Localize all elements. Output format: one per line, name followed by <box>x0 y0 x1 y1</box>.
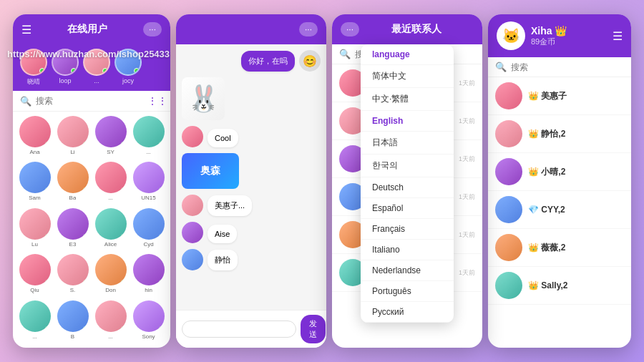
right-contact-item[interactable]: 👑 Sally,2 <box>488 267 631 305</box>
chat-sticker: 🐰 <box>182 77 321 120</box>
right-contact-item[interactable]: 👑 美惠子 <box>488 77 631 115</box>
left-search-input[interactable] <box>36 96 143 106</box>
contacts-panel: ··· 最近联系人 🔍 小晴 Hi 1天前 Cool Hi 1天前 Englis… <box>332 14 482 348</box>
user-grid-item[interactable]: UN15 <box>131 162 166 205</box>
right-contact-item[interactable]: 👑 静怡,2 <box>488 115 631 153</box>
chat-input[interactable] <box>182 321 296 338</box>
language-option[interactable]: Deutsch <box>361 177 454 198</box>
strip-avatar[interactable]: loop <box>52 49 79 87</box>
chat-options-btn[interactable]: ··· <box>299 22 318 36</box>
user-grid-item[interactable]: SY <box>93 116 128 159</box>
contacts-title: 最近联系人 <box>391 23 441 36</box>
chat-card: 奥森 <box>182 153 321 189</box>
user-grid-item[interactable]: Qiu <box>17 254 52 297</box>
contacts-search-icon: 🔍 <box>339 49 351 59</box>
right-contacts-list: 👑 美惠子 👑 静怡,2 👑 小晴,2 💎 CYY,2 👑 薇薇,2 👑 Sal… <box>488 77 631 348</box>
user-grid-item[interactable]: ... <box>131 116 166 159</box>
chat-message: 美惠子... <box>182 195 321 216</box>
profile-name: Xiha 👑 <box>531 25 607 36</box>
right-search-bar: 🔍 <box>488 57 631 77</box>
user-grid-item[interactable]: Don <box>93 254 128 297</box>
left-options-btn[interactable]: ··· <box>143 22 162 36</box>
strip-avatar[interactable]: 晓晴 <box>20 49 47 87</box>
user-grid-item[interactable]: Li <box>55 116 90 159</box>
profile-info: Xiha 👑 89金币 <box>531 25 607 47</box>
language-option[interactable]: Русский <box>361 302 454 323</box>
language-option[interactable]: Français <box>361 219 454 240</box>
chat-message: 静怡 <box>182 249 321 270</box>
profile-coins: 89金币 <box>531 36 607 47</box>
left-title: 在线用户 <box>67 23 107 36</box>
user-grid-item[interactable]: ... <box>93 300 128 343</box>
chat-panel: ··· 😊你好，在吗🐰Cool奥森美惠子...Aise静怡 发送 <box>176 14 326 348</box>
left-menu-icon[interactable]: ☰ <box>21 23 31 36</box>
chat-message: Cool <box>182 126 321 147</box>
online-users-panel: ☰ 在线用户 ··· 晓晴 loop ... jocy 🔍 ⋮⋮ Ana <box>13 14 170 348</box>
language-option[interactable]: Português <box>361 281 454 302</box>
user-grid-item[interactable]: ... <box>17 300 52 343</box>
language-menu-header: language <box>361 44 454 65</box>
left-header: ☰ 在线用户 ··· <box>13 14 170 44</box>
user-grid-item[interactable]: Sam <box>17 162 52 205</box>
left-search-icon: 🔍 <box>20 96 31 107</box>
user-grid-item[interactable]: Sony <box>131 300 166 343</box>
language-option[interactable]: 日本語 <box>361 132 454 155</box>
grid-view-icon[interactable]: ⋮⋮ <box>147 95 167 107</box>
chat-message: 😊你好，在吗 <box>182 50 321 72</box>
language-option[interactable]: 中文·繁體 <box>361 88 454 111</box>
contacts-options-btn[interactable]: ··· <box>341 22 359 36</box>
right-menu-icon[interactable]: ☰ <box>613 29 623 43</box>
language-option[interactable]: Italiano <box>361 240 454 260</box>
language-option[interactable]: Español <box>361 198 454 219</box>
right-search-icon: 🔍 <box>495 62 507 72</box>
strip-avatar[interactable]: ... <box>83 49 110 87</box>
user-grid-item[interactable]: Lu <box>17 208 52 251</box>
send-button[interactable]: 发送 <box>301 315 326 343</box>
user-grid-item[interactable]: Ba <box>55 162 90 205</box>
right-contact-item[interactable]: 👑 小晴,2 <box>488 153 631 191</box>
user-grid: Ana Li SY ... Sam Ba ... UN15 <box>13 112 170 348</box>
strip-avatar[interactable]: jocy <box>114 49 142 87</box>
chat-header: ··· <box>176 14 326 44</box>
profile-panel: 🐱 Xiha 👑 89金币 ☰ 🔍 👑 美惠子 👑 静怡,2 👑 小晴,2 💎 … <box>488 14 631 348</box>
chat-message: Aise <box>182 222 321 243</box>
right-contact-item[interactable]: 👑 薇薇,2 <box>488 229 631 267</box>
profile-avatar: 🐱 <box>497 21 525 50</box>
user-grid-item[interactable]: hin <box>131 254 166 297</box>
user-grid-item[interactable]: Ana <box>17 116 52 159</box>
language-option[interactable]: Nederlandse <box>361 260 454 281</box>
user-grid-item[interactable]: ... <box>93 162 128 205</box>
user-grid-item[interactable]: B <box>55 300 90 343</box>
language-option[interactable]: English <box>361 111 454 132</box>
user-grid-item[interactable]: E3 <box>55 208 90 251</box>
user-grid-item[interactable]: S. <box>55 254 90 297</box>
user-grid-item[interactable]: Cyd <box>131 208 166 251</box>
chat-messages: 😊你好，在吗🐰Cool奥森美惠子...Aise静怡 <box>176 44 326 310</box>
profile-header: 🐱 Xiha 👑 89金币 ☰ <box>488 14 631 57</box>
chat-input-bar: 发送 <box>176 310 326 348</box>
contacts-header: ··· 最近联系人 <box>332 14 482 44</box>
right-search-input[interactable] <box>511 62 624 72</box>
language-dropdown: language简体中文中文·繁體English日本語한국의DeutschEsp… <box>361 44 454 323</box>
avatar-strip: 晓晴 loop ... jocy <box>13 44 170 91</box>
left-search-bar: 🔍 ⋮⋮ <box>13 91 170 112</box>
user-grid-item[interactable]: Alice <box>93 208 128 251</box>
language-option[interactable]: 한국의 <box>361 155 454 177</box>
right-contact-item[interactable]: 💎 CYY,2 <box>488 191 631 229</box>
language-option[interactable]: 简体中文 <box>361 65 454 88</box>
